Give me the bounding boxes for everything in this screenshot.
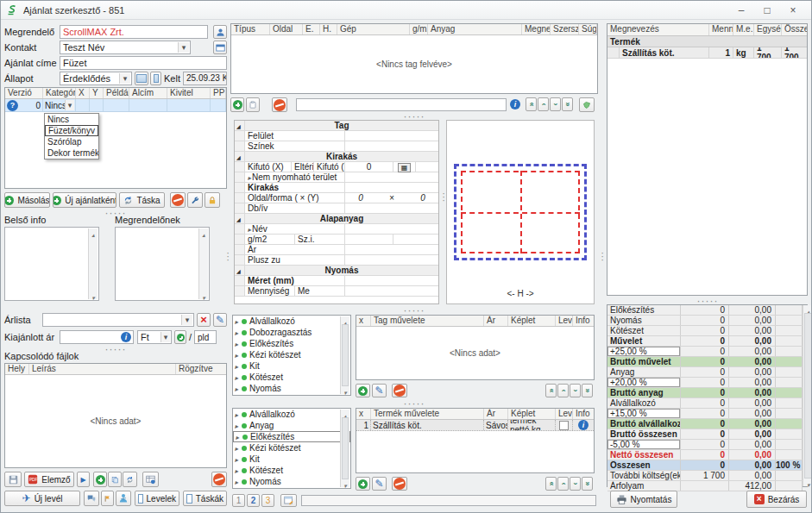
delete-version-button[interactable] bbox=[170, 192, 186, 208]
page-3-button[interactable]: 3 bbox=[261, 494, 274, 507]
move-top-button[interactable] bbox=[545, 384, 557, 397]
assistant-button[interactable] bbox=[116, 491, 131, 506]
summary-row[interactable]: Bruttó alvállalkozó00,00 bbox=[607, 419, 803, 429]
summary-percent-row[interactable]: +20,00 %00,00 bbox=[607, 378, 803, 388]
row-felulet[interactable]: Felület bbox=[235, 131, 438, 141]
tree-item[interactable]: Kézi kötészet bbox=[233, 442, 350, 454]
expander-icon[interactable] bbox=[235, 443, 239, 453]
tag-info-button[interactable] bbox=[510, 99, 520, 109]
expander-icon[interactable] bbox=[235, 384, 239, 393]
print-button[interactable]: Nyomtatás bbox=[610, 491, 677, 508]
expander-icon[interactable] bbox=[235, 316, 239, 326]
info-icon[interactable] bbox=[578, 420, 589, 430]
expander-icon[interactable] bbox=[235, 454, 239, 464]
chevron-down-icon[interactable] bbox=[178, 42, 189, 53]
tools-button[interactable] bbox=[187, 192, 203, 208]
move-bottom-button[interactable] bbox=[582, 384, 593, 397]
summary-percent-row[interactable]: +25,00 %00,00 bbox=[607, 347, 803, 357]
chevron-down-icon[interactable] bbox=[119, 73, 130, 84]
add-file-button[interactable] bbox=[93, 472, 107, 487]
summary-row[interactable]: Kötészet00,00 bbox=[607, 326, 803, 336]
analyzer-button[interactable]: PDFElemző bbox=[24, 472, 74, 487]
gm2-value[interactable] bbox=[345, 235, 393, 244]
delete-tag-button[interactable] bbox=[272, 97, 287, 112]
row-plusz-zu[interactable]: Plusz zu bbox=[235, 255, 438, 266]
chevron-down-icon[interactable] bbox=[161, 332, 170, 342]
items-data-row[interactable]: Szállítás köt. 1 kg 1 700 1 700 bbox=[607, 47, 807, 59]
expander-icon[interactable] bbox=[235, 350, 239, 360]
items-group-row[interactable]: Termék bbox=[607, 36, 807, 47]
imposition-button[interactable] bbox=[579, 97, 595, 112]
contact-card-button[interactable] bbox=[213, 41, 227, 54]
summary-row[interactable]: További költség(ek)1 7000,00 bbox=[607, 471, 803, 481]
row-oldal-forma[interactable]: Oldal/forma ( × (Y)0×0 bbox=[235, 193, 438, 203]
status-dropdown[interactable]: Érdeklődés bbox=[60, 72, 132, 85]
paste-tag-button[interactable] bbox=[246, 97, 260, 112]
tree-item[interactable]: Alvállalkozó bbox=[233, 409, 350, 420]
copy-version-button[interactable]: Másolás bbox=[4, 192, 50, 208]
summary-row[interactable]: Művelet00,00 bbox=[607, 336, 803, 347]
status-panel-button[interactable] bbox=[135, 72, 148, 85]
bag-button[interactable]: Táska bbox=[119, 192, 165, 208]
section-alapanyag[interactable]: Alapanyag bbox=[235, 214, 438, 224]
splitter[interactable] bbox=[607, 297, 809, 303]
expander-icon[interactable] bbox=[235, 361, 239, 371]
expander-icon[interactable] bbox=[236, 432, 240, 441]
summary-percent-row[interactable]: +15,00 %00,00 bbox=[607, 409, 803, 419]
splitter[interactable] bbox=[230, 307, 598, 313]
move-top-button[interactable] bbox=[545, 477, 557, 491]
tree-item[interactable]: Anyag bbox=[233, 420, 350, 431]
summary-percent-row[interactable]: -5,00 %00,00 bbox=[607, 440, 803, 450]
close-button[interactable]: × bbox=[780, 2, 806, 19]
expander-icon[interactable] bbox=[235, 328, 239, 337]
row-kirakas[interactable]: Kirakás bbox=[235, 183, 438, 193]
vertical-scrollbar[interactable] bbox=[340, 410, 349, 487]
file-settings-button[interactable] bbox=[142, 472, 159, 487]
row-szinek[interactable]: Színek bbox=[235, 141, 438, 152]
run-button[interactable] bbox=[77, 472, 90, 487]
oldal-value[interactable]: 0 bbox=[345, 193, 376, 203]
row-gm2[interactable]: g/m2Sz.i. bbox=[235, 235, 438, 245]
currency-add-button[interactable] bbox=[174, 330, 186, 344]
delete-tag-operation-button[interactable] bbox=[392, 384, 407, 397]
delete-product-operation-button[interactable] bbox=[392, 477, 407, 491]
section-tag[interactable]: Tag bbox=[235, 121, 438, 131]
vertical-scrollbar[interactable] bbox=[803, 305, 812, 486]
summary-row[interactable]: Bruttó anyag00,00 bbox=[607, 388, 803, 398]
customer-field[interactable]: ScrollMAX Zrt. bbox=[60, 25, 208, 39]
section-kirakas[interactable]: Kirakás bbox=[235, 152, 438, 162]
move-top-button[interactable] bbox=[526, 97, 537, 111]
category-option-selected[interactable]: Füzet/könyv bbox=[45, 125, 98, 136]
summary-row[interactable]: Anyag00,00 bbox=[607, 367, 803, 378]
move-up-button[interactable] bbox=[557, 477, 569, 491]
summary-row[interactable]: Nettó összesen00,00 bbox=[607, 450, 803, 460]
summary-row[interactable]: Alvállalkozó00,00 bbox=[607, 398, 803, 409]
summary-row[interactable]: Bruttó művelet00,00 bbox=[607, 357, 803, 367]
expander-icon[interactable] bbox=[235, 339, 239, 348]
new-mail-button[interactable]: Új levél bbox=[4, 491, 80, 506]
vertical-scrollbar[interactable] bbox=[88, 228, 98, 299]
mails-button[interactable]: Levelek bbox=[135, 491, 179, 506]
contact-dropdown[interactable]: Teszt Név bbox=[60, 41, 191, 54]
close-dialog-button[interactable]: ×Bezárás bbox=[746, 491, 807, 508]
forma-value[interactable]: 0 bbox=[407, 193, 438, 203]
maximize-button[interactable]: □ bbox=[754, 2, 780, 19]
add-tag-operation-button[interactable] bbox=[356, 384, 370, 397]
tree-item[interactable]: Kit bbox=[233, 360, 350, 372]
row-mennyiseg[interactable]: MennyiségMe bbox=[235, 286, 438, 297]
vertical-scrollbar[interactable] bbox=[340, 316, 349, 394]
bags-button[interactable]: Táskák bbox=[183, 491, 227, 506]
row-dbiv[interactable]: Db/ív bbox=[235, 203, 438, 214]
delete-file-button[interactable] bbox=[211, 472, 227, 487]
move-down-button[interactable] bbox=[570, 384, 581, 397]
unit-dropdown[interactable]: pld bbox=[194, 330, 217, 344]
status-list-button[interactable] bbox=[150, 72, 161, 85]
refresh-files-button[interactable] bbox=[123, 472, 137, 487]
currency-dropdown[interactable]: Ft bbox=[137, 330, 172, 344]
kifuto-value[interactable]: 0 bbox=[345, 162, 393, 172]
for-customer-textarea[interactable] bbox=[115, 227, 210, 301]
product-operation-row[interactable]: 1 Szállítás köt. Sávos termék nettó kg bbox=[356, 420, 594, 431]
page-2-button[interactable]: 2 bbox=[247, 494, 260, 507]
clear-pricelist-button[interactable] bbox=[197, 313, 211, 327]
summary-row[interactable]: Bruttó összesen00,00 bbox=[607, 429, 803, 440]
